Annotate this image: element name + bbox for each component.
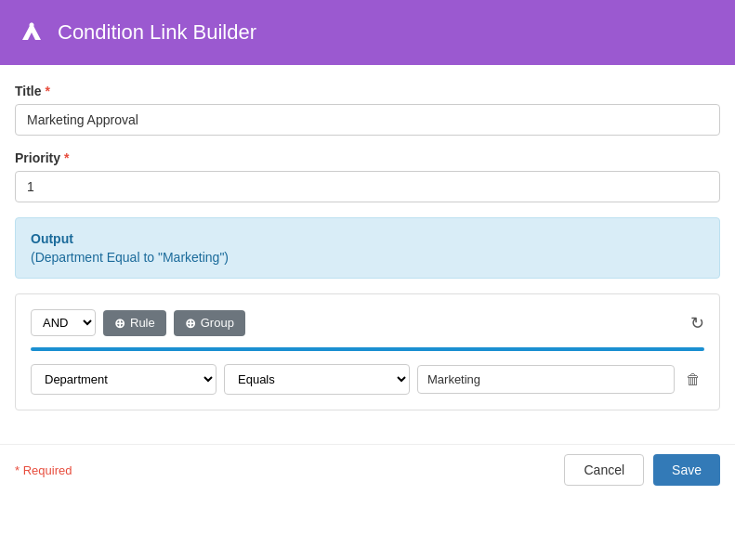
save-button[interactable]: Save xyxy=(653,454,720,486)
footer-buttons: Cancel Save xyxy=(564,454,720,486)
refresh-icon: ↻ xyxy=(690,313,704,333)
app-header: Condition Link Builder xyxy=(0,0,735,65)
operator-select[interactable]: Equals Not Equals Contains Starts With E… xyxy=(224,364,410,395)
add-group-label: Group xyxy=(201,316,234,330)
title-input[interactable] xyxy=(15,104,720,136)
footer: * Required Cancel Save xyxy=(0,444,735,501)
delete-rule-button[interactable]: 🗑 xyxy=(682,368,704,392)
priority-label: Priority * xyxy=(15,150,720,165)
rule-progress-bar xyxy=(31,347,704,351)
output-box: Output (Department Equal to "Marketing") xyxy=(15,217,720,279)
page-title: Condition Link Builder xyxy=(58,20,256,45)
priority-required-star: * xyxy=(64,150,69,165)
field-select[interactable]: Department Name Region Title Status xyxy=(31,364,217,395)
title-label: Title * xyxy=(15,84,720,98)
svg-point-0 xyxy=(30,23,34,28)
title-field-group: Title * xyxy=(15,84,720,136)
priority-input[interactable] xyxy=(15,171,720,202)
add-group-button[interactable]: ⊕ Group xyxy=(174,310,245,336)
cancel-button[interactable]: Cancel xyxy=(564,454,644,486)
add-group-icon: ⊕ xyxy=(185,316,196,331)
output-value: (Department Equal to "Marketing") xyxy=(31,250,704,265)
required-note: * Required xyxy=(15,463,72,477)
rule-row: Department Name Region Title Status Equa… xyxy=(31,364,704,395)
conjunction-select[interactable]: AND OR xyxy=(31,309,96,336)
output-label: Output xyxy=(31,231,704,246)
main-content: Title * Priority * Output (Department Eq… xyxy=(0,65,735,440)
add-rule-icon: ⊕ xyxy=(114,316,125,331)
refresh-button[interactable]: ↻ xyxy=(690,313,704,333)
add-rule-label: Rule xyxy=(130,316,155,330)
priority-field-group: Priority * xyxy=(15,150,720,202)
rule-builder-panel: AND OR ⊕ Rule ⊕ Group ↻ Department Name … xyxy=(15,293,720,410)
rule-value-input[interactable] xyxy=(417,365,675,394)
vitara-icon xyxy=(19,20,45,46)
trash-icon: 🗑 xyxy=(686,371,701,388)
title-required-star: * xyxy=(46,84,50,98)
rule-toolbar: AND OR ⊕ Rule ⊕ Group ↻ xyxy=(31,309,704,336)
add-rule-button[interactable]: ⊕ Rule xyxy=(103,310,166,336)
